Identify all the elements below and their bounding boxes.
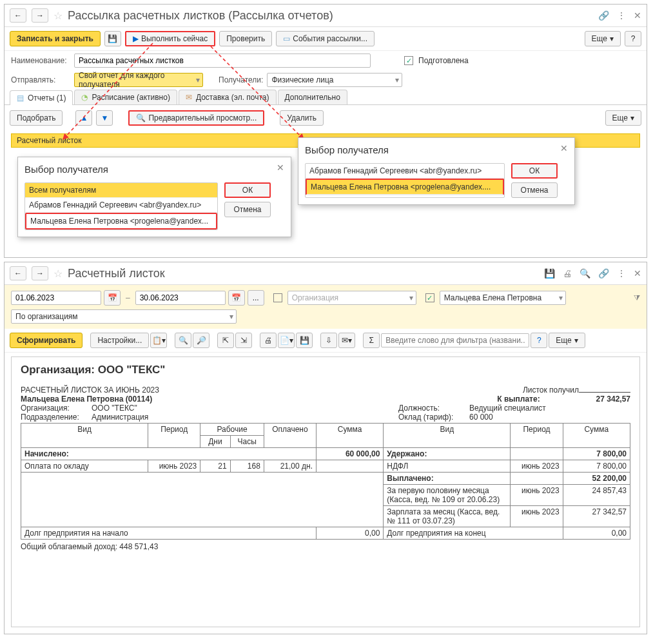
emp-name: Мальцева Елена Петровна (00114)	[21, 395, 152, 404]
send-label: Отправлять:	[11, 75, 70, 84]
save-report-icon[interactable]: 💾	[296, 333, 313, 348]
next-icon[interactable]: 🔎	[193, 333, 210, 348]
recipients-select[interactable]: Физические лица	[267, 73, 402, 87]
window-title-2: Расчетный листок	[68, 267, 539, 280]
titlebar-2: ← → ☆ Расчетный листок 💾 🖨 🔍 🔗 ⋮ ✕	[5, 262, 647, 285]
emp-checkbox[interactable]: ✓	[425, 293, 434, 302]
date-from[interactable]	[11, 291, 101, 305]
generate-button[interactable]: Сформировать	[10, 333, 83, 348]
settings-button[interactable]: Настройки...	[90, 333, 149, 348]
tax-base: Общий облагаемый доход: 448 571,43	[21, 542, 630, 551]
more-button[interactable]: Еще ▾	[585, 31, 621, 46]
tab-reports[interactable]: ▤Отчеты (1)	[10, 90, 73, 105]
popup2-close[interactable]: ✕	[560, 143, 568, 153]
save-icon-2[interactable]: 💾	[544, 268, 555, 278]
main-toolbar: Записать и закрыть 💾 ▶Выполнить сейчас П…	[5, 27, 647, 51]
popup1-title: Выбор получателя	[24, 164, 284, 175]
help-button[interactable]: ?	[625, 31, 641, 46]
expand-icon[interactable]: ⇱	[217, 333, 234, 348]
print-btn[interactable]: 🖨	[260, 333, 277, 348]
to-pay: 27 342,57	[596, 395, 630, 404]
org-select[interactable]: Организация	[288, 291, 416, 305]
more-button-2[interactable]: Еще ▾	[605, 110, 641, 126]
popup2-ok[interactable]: ОК	[511, 163, 558, 179]
prepared-checkbox[interactable]: ✓Подготовлена	[404, 56, 469, 65]
popup1-close[interactable]: ✕	[277, 162, 284, 173]
pick-button[interactable]: Подобрать	[10, 110, 63, 126]
payslip-table: Вид Период Рабочие Оплачено Сумма Вид Пе…	[21, 423, 630, 540]
org-checkbox[interactable]	[273, 293, 282, 302]
funnel-icon[interactable]: ⧩	[634, 293, 640, 302]
export-icon[interactable]: ⇩	[320, 333, 337, 348]
period-btn[interactable]: ...	[248, 290, 264, 306]
nav-back[interactable]: ←	[10, 8, 26, 23]
popup2-row-2[interactable]: Мальцева Елена Петровна <progelena@yande…	[306, 179, 504, 195]
variants-icon[interactable]: 📋▾	[150, 333, 167, 348]
name-field[interactable]	[74, 54, 371, 68]
employee-select[interactable]: Мальцева Елена Петровна	[440, 291, 566, 305]
delete-button[interactable]: Удалить	[280, 110, 324, 126]
collapse-icon[interactable]: ⇲	[235, 333, 252, 348]
nav-back-2[interactable]: ←	[10, 266, 26, 280]
close-icon[interactable]: ✕	[634, 10, 641, 21]
more-2[interactable]: Еще ▾	[549, 333, 585, 348]
fav-icon-2[interactable]: ☆	[54, 268, 63, 280]
tabs: ▤Отчеты (1) ◔Расписание (активно) ✉Доста…	[5, 90, 647, 105]
name-label: Наименование:	[11, 56, 70, 65]
tab-schedule[interactable]: ◔Расписание (активно)	[74, 90, 177, 104]
move-down-icon[interactable]: ▼	[96, 110, 113, 126]
sum-icon[interactable]: Σ	[363, 333, 380, 348]
link-icon-2[interactable]: 🔗	[598, 268, 609, 278]
report-toolbar: Сформировать Настройки... 📋▾ 🔍 🔎 ⇱ ⇲ 🖨 📄…	[5, 329, 647, 353]
fav-icon[interactable]: ☆	[54, 10, 63, 22]
print-icon[interactable]: 🖨	[563, 268, 572, 278]
popup1-ok[interactable]: ОК	[224, 182, 271, 198]
send-mode-select[interactable]: Свой отчет для каждого получателя	[74, 73, 203, 87]
popup2-list: Абрамов Геннадий Сергеевич <abr@yandex.r…	[305, 163, 505, 198]
link-icon[interactable]: 🔗	[598, 10, 609, 21]
payslip-window: ← → ☆ Расчетный листок 💾 🖨 🔍 🔗 ⋮ ✕ 📅 – 📅…	[4, 262, 647, 634]
popup1-cancel[interactable]: Отмена	[224, 202, 271, 217]
close-icon-2[interactable]: ✕	[634, 268, 641, 278]
preview-button[interactable]: 🔍Предварительный просмотр...	[128, 110, 264, 126]
find-icon[interactable]: 🔍	[175, 333, 191, 348]
move-up-icon[interactable]: ▲	[75, 110, 92, 126]
report-body: Организация: ООО "ТЕКС" РАСЧЕТНЫЙ ЛИСТОК…	[11, 356, 640, 627]
filter-field[interactable]	[381, 333, 529, 347]
cal-to-icon[interactable]: 📅	[228, 290, 245, 306]
report-org-header: Организация: ООО "ТЕКС"	[21, 364, 630, 376]
popup2-cancel[interactable]: Отмена	[511, 182, 558, 198]
mail-icon[interactable]: ✉▾	[338, 333, 355, 348]
check-button[interactable]: Проверить	[219, 31, 272, 46]
group-select[interactable]: По организациям	[11, 309, 237, 324]
popup2-title: Выбор получателя	[305, 144, 568, 155]
nav-fwd-2[interactable]: →	[32, 266, 48, 280]
run-now-button[interactable]: ▶Выполнить сейчас	[125, 31, 215, 46]
period-title: РАСЧЕТНЫЙ ЛИСТОК ЗА ИЮНЬ 2023	[21, 385, 159, 395]
tab-extra[interactable]: Дополнительно	[278, 90, 347, 104]
date-to[interactable]	[135, 291, 226, 305]
help-2[interactable]: ?	[531, 333, 547, 348]
nav-fwd[interactable]: →	[32, 8, 48, 23]
menu-icon-2[interactable]: ⋮	[617, 268, 626, 278]
recipient-popup-2: ✕ Выбор получателя Абрамов Геннадий Серг…	[298, 137, 575, 205]
mailing-window: ← → ☆ Рассылка расчетных листков (Рассыл…	[4, 4, 647, 258]
events-button[interactable]: ▭События рассылки...	[276, 31, 375, 46]
preview-icon[interactable]: 🔍	[580, 268, 590, 278]
tab-delivery[interactable]: ✉Доставка (эл. почта)	[179, 90, 277, 104]
menu-icon[interactable]: ⋮	[617, 10, 626, 21]
cal-from-icon[interactable]: 📅	[104, 290, 121, 306]
window-title: Рассылка расчетных листков (Рассылка отч…	[68, 9, 593, 23]
popup1-all[interactable]: Всем получателям	[25, 183, 217, 198]
popup1-row-1[interactable]: Абрамов Геннадий Сергеевич <abr@yandex.r…	[25, 198, 217, 213]
save-icon[interactable]: 💾	[104, 31, 121, 46]
popup1-row-2[interactable]: Мальцева Елена Петровна <progelena@yande…	[25, 213, 217, 229]
popup1-list: Всем получателям Абрамов Геннадий Сергее…	[24, 182, 218, 230]
pdf-icon[interactable]: 📄▾	[278, 333, 295, 348]
recipients-label: Получатели:	[219, 75, 263, 84]
recipient-popup-1: ✕ Выбор получателя Всем получателям Абра…	[17, 157, 291, 237]
popup2-row-1[interactable]: Абрамов Геннадий Сергеевич <abr@yandex.r…	[306, 164, 504, 179]
titlebar-1: ← → ☆ Рассылка расчетных листков (Рассыл…	[5, 5, 647, 27]
save-close-button[interactable]: Записать и закрыть	[10, 31, 101, 46]
